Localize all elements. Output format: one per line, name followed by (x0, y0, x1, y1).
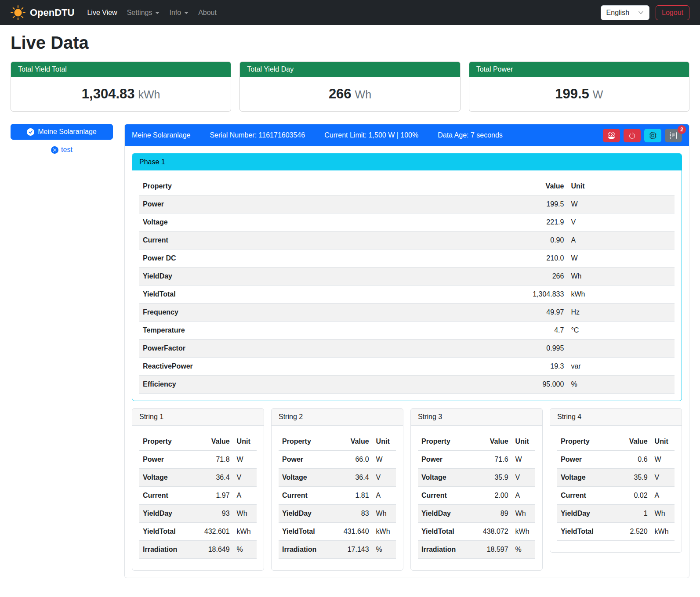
language-selected: English (606, 9, 629, 17)
nav-label: About (198, 9, 217, 17)
property-label: Temperature (139, 322, 519, 340)
table-row: Current 0.90 A (139, 232, 675, 250)
table-row: Power 199.5 W (139, 195, 675, 213)
property-unit: A (651, 487, 675, 505)
column-property: Property (557, 433, 620, 451)
string-table: Property Value Unit Power 71.8 W Voltage… (139, 433, 257, 559)
property-label: YieldTotal (139, 523, 201, 541)
table-row: YieldDay 89 Wh (418, 505, 535, 523)
table-row: Current 0.02 A (557, 487, 675, 505)
property-label: YieldDay (557, 505, 620, 523)
property-unit: kWh (512, 523, 535, 541)
property-label: YieldTotal (418, 523, 479, 541)
string-card-1: String 1 Property Value Unit (132, 408, 264, 571)
inverter-serial: Serial Number: 116171603546 (210, 131, 305, 139)
nav-item-about[interactable]: About (193, 5, 221, 20)
table-header-row: Property Value Unit (139, 177, 675, 195)
string-body: Property Value Unit Power 71.6 W Voltage… (411, 426, 542, 570)
gauge-icon (608, 132, 615, 139)
property-value: 4.7 (519, 322, 567, 340)
summary-card-total-yield-day: Total Yield Day 266Wh (239, 62, 460, 112)
summary-card-value: 266 (329, 86, 352, 101)
inverter-panel-body: Phase 1 Property Value Unit Power (125, 146, 689, 578)
property-label: Frequency (139, 304, 519, 322)
column-unit: Unit (233, 433, 257, 451)
summary-card-total-power: Total Power 199.5W (469, 62, 689, 112)
column-property: Property (139, 433, 201, 451)
property-unit: A (233, 487, 257, 505)
page-container: Live Data Total Yield Total 1,304.83kWh … (0, 33, 700, 590)
property-unit: A (373, 487, 396, 505)
property-label: Irradiation (279, 541, 340, 559)
inverter-select-button[interactable]: Meine Solaranlage (11, 124, 113, 140)
property-label: YieldTotal (557, 523, 620, 541)
property-value: 18.649 (201, 541, 233, 559)
property-value: 36.4 (201, 469, 233, 487)
property-value: 49.97 (519, 304, 567, 322)
brand[interactable]: OpenDTU (11, 5, 74, 20)
table-row: Current 1.81 A (279, 487, 396, 505)
limit-settings-button[interactable] (603, 129, 620, 142)
column-value: Value (340, 433, 373, 451)
property-unit: Hz (567, 304, 675, 322)
property-label: Power (557, 451, 620, 469)
column-property: Property (418, 433, 479, 451)
column-unit: Unit (512, 433, 535, 451)
nav-item-settings[interactable]: Settings (122, 5, 165, 20)
property-label: Current (418, 487, 479, 505)
string-body: Property Value Unit Power 0.6 W Voltage … (550, 426, 682, 552)
check-circle-icon (27, 128, 34, 136)
top-navbar: OpenDTU Live View Settings Info About En… (0, 0, 700, 25)
property-value: 89 (479, 505, 512, 523)
column-value: Value (620, 433, 651, 451)
property-label: YieldTotal (279, 523, 340, 541)
property-value: 2.520 (620, 523, 651, 541)
inverter-test-label: test (61, 146, 73, 154)
table-row: Voltage 221.9 V (139, 213, 675, 232)
table-row: YieldTotal 432.601 kWh (139, 523, 257, 541)
property-label: Voltage (418, 469, 479, 487)
sun-icon (11, 5, 25, 20)
nav-item-info[interactable]: Info (164, 5, 193, 20)
power-button[interactable] (624, 129, 641, 142)
table-row: Current 1.97 A (139, 487, 257, 505)
inverter-test-link[interactable]: test (11, 146, 113, 154)
property-label: Voltage (557, 469, 620, 487)
property-unit: Wh (512, 505, 535, 523)
table-row: Irradiation 17.143 % (279, 541, 396, 559)
summary-card-unit: W (593, 88, 603, 101)
property-value: 1 (620, 505, 651, 523)
property-label: Power DC (139, 250, 519, 268)
string-title: String 2 (272, 409, 403, 426)
event-count-badge: 2 (678, 125, 686, 134)
device-info-button[interactable] (644, 129, 661, 142)
property-value: 0.90 (519, 232, 567, 250)
column-unit: Unit (651, 433, 675, 451)
nav-label: Info (169, 9, 181, 17)
string-table: Property Value Unit Power 71.6 W Voltage… (418, 433, 535, 559)
table-header-row: Property Value Unit (557, 433, 675, 451)
string-body: Property Value Unit Power 66.0 W Voltage… (272, 426, 403, 570)
column-value: Value (519, 177, 567, 195)
string-body: Property Value Unit Power 71.8 W Voltage… (132, 426, 264, 570)
string-table: Property Value Unit Power 0.6 W Voltage … (557, 433, 675, 541)
table-row: Power 71.6 W (418, 451, 535, 469)
logout-button[interactable]: Logout (656, 5, 689, 20)
property-value: 19.3 (519, 358, 567, 376)
string-card-2: String 2 Property Value Unit (271, 408, 403, 571)
property-unit: V (233, 469, 257, 487)
property-unit: Wh (651, 505, 675, 523)
string-table: Property Value Unit Power 66.0 W Voltage… (279, 433, 396, 559)
language-select[interactable]: English (601, 5, 649, 20)
nav-item-live-view[interactable]: Live View (82, 5, 122, 20)
event-log-button[interactable]: 2 (665, 129, 682, 142)
string-title: String 4 (550, 409, 682, 426)
property-unit: % (373, 541, 396, 559)
inverter-label: Meine Solaranlage (38, 128, 96, 136)
property-label: YieldDay (139, 505, 201, 523)
property-label: Power (139, 451, 201, 469)
chip-icon (649, 132, 656, 139)
property-label: Irradiation (139, 541, 201, 559)
property-value: 0.995 (519, 340, 567, 358)
column-unit: Unit (567, 177, 675, 195)
